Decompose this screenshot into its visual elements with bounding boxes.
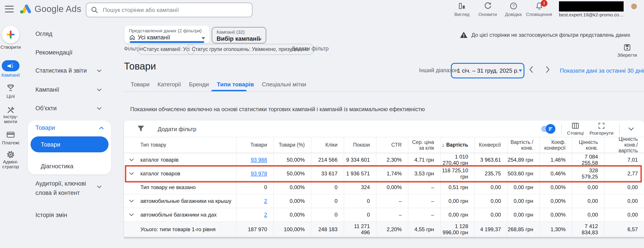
sidebar-item-diagnostics[interactable]: Діагностика [41,163,73,170]
chevron-up-icon[interactable] [99,126,104,130]
metric-cell: – [408,208,441,222]
products-count-link[interactable]: 93 988 [251,157,267,163]
tab-products[interactable]: Товари [127,81,154,91]
toolbar-divider [561,124,562,135]
sidebar-item-campaigns[interactable]: Кампанії [36,86,59,93]
data-view-label: Представлення даних (2 фільтри) [129,28,202,33]
metric-cell: 6,57 [604,222,644,237]
table-row: каталог товарів93 98850,00%214 5669 334 … [124,153,644,167]
tab-categories[interactable]: Категорії [154,81,185,91]
data-view-selector[interactable]: Представлення даних (2 фільтри) Усі камп… [124,26,210,44]
chart-toggle-knob [546,124,556,134]
save-button[interactable]: Зберегти [616,44,639,58]
tab-brands[interactable]: Бренди [185,81,213,91]
date-range-picker[interactable]: 1 січ. – 31 груд. 2025 р. [451,63,524,78]
column-header[interactable]: Вартість / конв. [508,137,540,153]
columns-button[interactable]: Стовпці [565,122,586,136]
toolbar-divider [619,124,620,135]
table-toolbar: Додати фільтр Стовпці Розгорнути [124,120,644,137]
notifications-button[interactable]: Сповіщення ! [526,2,552,17]
search-icon [91,6,98,14]
topbar-actions: Вигляд Оновити ? Довідка Сповіщення ! [449,2,552,17]
create-button[interactable] [2,26,20,44]
column-header[interactable]: CTR [376,137,408,153]
chevron-down-icon[interactable] [96,69,102,73]
column-header[interactable]: Тип товару [124,137,236,153]
table-totals-row: Усього: типи товарів 1-го рівня187 97010… [124,222,644,237]
filter-funnel-icon[interactable] [137,125,144,132]
products-count-link[interactable]: 2 [264,212,267,218]
column-header[interactable]: Конверсії [475,137,508,153]
rail-item-billing[interactable] [0,130,21,139]
add-filter-link[interactable]: Додати фільтр [292,46,329,52]
dropdown-caret-icon [258,38,262,41]
chevron-down-icon[interactable] [96,185,102,189]
metric-cell: 2 [236,194,274,208]
help-icon: ? [509,2,518,10]
expand-row-icon[interactable] [129,213,134,216]
sidebar-item-recommendations[interactable]: Рекомендації [36,49,72,56]
menu-icon[interactable] [5,6,14,13]
column-header[interactable]: Кліки [311,137,344,153]
metric-cell: 0,00 грн [441,208,475,222]
chevron-down-icon[interactable] [96,88,102,92]
google-ads-app: Google Ads Вигляд Оновити ? [0,0,644,248]
column-header[interactable]: Товари (%) [274,137,311,153]
metric-cell: 0,00 грн [441,194,475,208]
column-header[interactable]: Цінність конв. [572,137,604,153]
tab-custom-labels[interactable]: Спеціальні мітки [258,81,310,91]
products-count-link[interactable]: 93 978 [251,170,267,177]
chevron-down-icon[interactable] [96,107,102,110]
campaign-selector[interactable]: Кампанії (32) Вибір кампанії [212,27,266,44]
sidebar-item-insights[interactable]: Статистика й звіти [36,67,87,74]
campaign-selector-value: Вибір кампанії [216,36,260,42]
rail-item-campaigns[interactable] [2,60,20,71]
metric-cell: 1 010 270,40 грн [441,153,475,166]
search-input[interactable] [102,6,248,14]
rail-label-tools-2: менти [0,119,21,124]
rail-item-admin[interactable] [0,150,21,159]
search-bar[interactable] [86,3,252,17]
metric-cell: 0,00 грн [508,208,540,222]
refresh-button[interactable]: Оновити [475,2,500,17]
sidebar-item-assets[interactable]: Об’єкти [36,105,57,112]
column-header[interactable]: Товари [236,137,274,153]
sidebar-item-change-history[interactable]: Історія змін [36,212,67,218]
help-button[interactable]: ? Довідка [500,2,526,17]
column-header[interactable]: Цінність конв./ вартість [604,137,644,153]
expand-row-icon[interactable] [129,158,134,162]
rail-item-tools[interactable] [0,106,21,114]
metric-cell: – [376,194,408,208]
column-header[interactable]: Коеф. конверсії [540,137,572,153]
sidebar-item-products-selected[interactable]: Товари [30,136,108,152]
table-add-filter-button[interactable]: Додати фільтр [158,126,196,132]
metric-cell: 1,46% [540,153,572,166]
column-header[interactable]: ↓Вартість [441,137,475,153]
expand-button[interactable]: Розгорнути [591,122,612,136]
metric-cell: 235,75 [475,167,508,180]
metric-cell: 503,60 грн [508,167,540,180]
chart-toggle[interactable] [541,126,554,132]
sidebar-item-audiences[interactable]: Аудиторії, ключові слова й контент [36,179,103,198]
previous-period-icon[interactable] [529,66,534,74]
rail-item-goals[interactable] [0,83,21,92]
horizontal-scrollbar[interactable] [124,237,644,239]
rail-label-billing: Платежі [0,140,21,145]
table-row: каталог товаров93 97850,00%33 6171 936 5… [124,167,644,181]
column-header[interactable]: Покази [344,137,376,153]
collapse-table-icon[interactable] [627,125,635,133]
metric-cell: 0,51 грн [441,181,475,194]
sidebar-group-products[interactable]: Товари [36,124,55,131]
metric-cell: 0 [344,194,376,208]
column-header[interactable]: Сер. ціна за клік [408,137,441,153]
show-last-30-days-link[interactable]: Показати дані за останні 30 днів [560,67,644,74]
products-count-link[interactable]: 2 [264,198,267,204]
google-ads-logo[interactable]: Google Ads [20,4,81,14]
next-period-icon[interactable] [545,66,550,74]
expand-row-icon[interactable] [129,172,134,175]
view-mode-button[interactable]: Вигляд [449,2,475,17]
avatar[interactable] [628,2,640,14]
sidebar-item-overview[interactable]: Огляд [36,30,52,37]
expand-row-icon[interactable] [129,199,134,203]
metric-cell: 4,55 грн [408,222,441,237]
